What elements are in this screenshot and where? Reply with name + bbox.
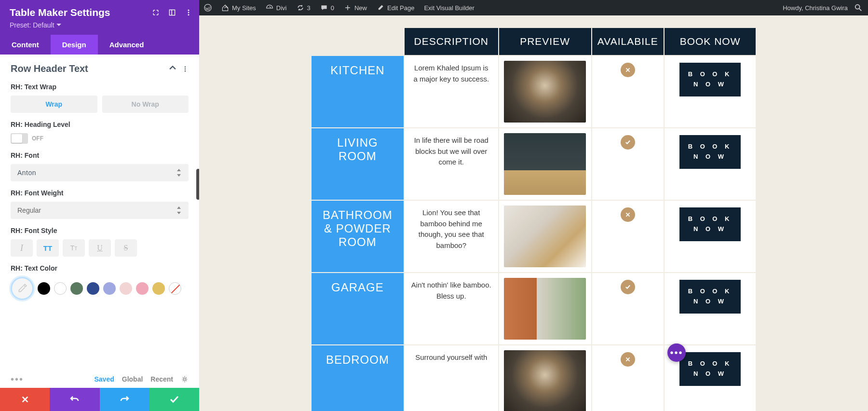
section-heading[interactable]: Row Header Text bbox=[11, 63, 189, 74]
preview-image bbox=[504, 206, 586, 267]
preset-selector[interactable]: Preset: Default bbox=[10, 21, 190, 29]
check-icon bbox=[621, 135, 635, 150]
table-row: GARAGEAin't nothin' like bamboo. Bless u… bbox=[311, 273, 756, 345]
svg-rect-2 bbox=[169, 10, 175, 15]
field-font-label: RH: Font bbox=[11, 151, 189, 159]
book-now-button[interactable]: B O O KN O W bbox=[679, 352, 741, 386]
col-book-now: BOOK NOW bbox=[664, 27, 756, 55]
row-header: LIVING ROOM bbox=[311, 128, 404, 200]
cancel-button[interactable] bbox=[0, 388, 50, 411]
book-cell: B O O KN O W bbox=[664, 128, 756, 200]
more-vertical-icon[interactable] bbox=[182, 66, 189, 72]
wordpress-icon bbox=[204, 4, 212, 12]
svg-point-8 bbox=[185, 68, 186, 69]
module-options-fab[interactable]: ••• bbox=[667, 343, 686, 362]
no-wrap-option[interactable]: No Wrap bbox=[102, 96, 189, 113]
preview-image bbox=[504, 61, 586, 123]
new-link[interactable]: New bbox=[339, 0, 372, 15]
saved-status: Saved bbox=[95, 375, 114, 383]
book-cell: B O O KN O W bbox=[664, 273, 756, 345]
new-label: New bbox=[354, 4, 367, 12]
table-row: LIVING ROOMIn life there will be road bl… bbox=[311, 128, 756, 200]
my-sites-link[interactable]: My Sites bbox=[217, 0, 261, 15]
refresh-icon bbox=[297, 4, 304, 12]
current-color-picker[interactable] bbox=[11, 277, 34, 300]
site-label: Divi bbox=[276, 4, 287, 12]
expand-icon[interactable] bbox=[151, 8, 161, 17]
svg-point-10 bbox=[184, 378, 186, 381]
gauge-icon bbox=[266, 4, 273, 12]
tab-content[interactable]: Content bbox=[0, 35, 51, 55]
preview-canvas: DESCRIPTION PREVIEW AVAILABILE BOOK NOW … bbox=[199, 15, 868, 411]
tab-design[interactable]: Design bbox=[51, 35, 98, 55]
book-now-button[interactable]: B O O KN O W bbox=[679, 135, 741, 169]
preview-cell bbox=[499, 273, 592, 345]
gear-icon[interactable] bbox=[181, 375, 189, 383]
global-link[interactable]: Global bbox=[122, 375, 143, 383]
tab-advanced[interactable]: Advanced bbox=[98, 35, 156, 55]
color-swatch-7[interactable] bbox=[152, 282, 165, 295]
col-description: DESCRIPTION bbox=[404, 27, 499, 55]
wp-logo[interactable] bbox=[199, 0, 217, 15]
book-now-button[interactable]: B O O KN O W bbox=[679, 207, 741, 241]
font-select[interactable]: Anton bbox=[11, 164, 189, 181]
wrap-option[interactable]: Wrap bbox=[11, 96, 97, 113]
plus-icon bbox=[344, 4, 352, 12]
style-uppercase[interactable]: TT bbox=[37, 239, 59, 257]
style-strikethrough[interactable]: S bbox=[115, 239, 137, 257]
description-cell: Lorem Khaled Ipsum is a major key to suc… bbox=[404, 55, 499, 128]
search-button[interactable] bbox=[849, 0, 868, 15]
field-font-style-label: RH: Font Style bbox=[11, 227, 189, 234]
snap-icon[interactable] bbox=[167, 8, 177, 17]
switch-state: OFF bbox=[32, 135, 43, 142]
color-swatch-0[interactable] bbox=[38, 282, 50, 295]
field-heading-level-label: RH: Heading Level bbox=[11, 121, 189, 128]
undo-button[interactable] bbox=[50, 388, 99, 411]
panel-body: Row Header Text RH: Text Wrap Wrap No Wr… bbox=[0, 55, 199, 370]
color-swatch-6[interactable] bbox=[136, 282, 149, 295]
more-vertical-icon[interactable] bbox=[184, 8, 193, 17]
table-row: KITCHENLorem Khaled Ipsum is a major key… bbox=[311, 55, 756, 128]
color-swatch-2[interactable] bbox=[70, 282, 83, 295]
style-smallcaps[interactable]: TT bbox=[63, 239, 85, 257]
redo-button[interactable] bbox=[100, 388, 149, 411]
chevron-up-icon[interactable] bbox=[169, 66, 176, 70]
panel-tabs: Content Design Advanced bbox=[0, 35, 199, 55]
wp-admin-bar: My Sites Divi 3 0 New Edit Page Exit Vis… bbox=[199, 0, 868, 15]
save-button[interactable] bbox=[149, 388, 199, 411]
my-sites-label: My Sites bbox=[232, 4, 256, 12]
style-italic[interactable]: I bbox=[11, 239, 33, 257]
book-now-button[interactable]: B O O KN O W bbox=[679, 63, 741, 96]
settings-panel: Table Maker Settings Preset: Default Con… bbox=[0, 0, 199, 411]
col-preview: PREVIEW bbox=[499, 27, 592, 55]
color-swatch-3[interactable] bbox=[87, 282, 99, 295]
exit-vb-link[interactable]: Exit Visual Builder bbox=[419, 0, 479, 15]
col-available: AVAILABILE bbox=[592, 27, 665, 55]
preview-cell bbox=[499, 55, 592, 128]
font-weight-value: Regular bbox=[17, 206, 41, 214]
color-swatch-5[interactable] bbox=[120, 282, 132, 295]
pencil-icon bbox=[377, 4, 384, 12]
svg-point-9 bbox=[185, 70, 186, 71]
updates-link[interactable]: 3 bbox=[292, 0, 315, 15]
more-horizontal-icon[interactable]: ••• bbox=[11, 377, 24, 382]
select-arrows-icon bbox=[177, 169, 182, 177]
recent-link[interactable]: Recent bbox=[150, 375, 173, 383]
font-weight-select[interactable]: Regular bbox=[11, 202, 189, 219]
site-link[interactable]: Divi bbox=[261, 0, 292, 15]
color-none[interactable] bbox=[169, 282, 181, 295]
heading-level-switch[interactable]: OFF bbox=[11, 133, 189, 144]
preview-image bbox=[504, 133, 586, 195]
edit-page-link[interactable]: Edit Page bbox=[372, 0, 419, 15]
book-now-button[interactable]: B O O KN O W bbox=[679, 280, 741, 314]
preview-cell bbox=[499, 200, 592, 273]
field-text-color-label: RH: Text Color bbox=[11, 264, 189, 272]
color-swatch-1[interactable] bbox=[54, 282, 67, 295]
book-cell: B O O KN O W bbox=[664, 55, 756, 128]
color-swatch-4[interactable] bbox=[103, 282, 116, 295]
chevron-down-icon bbox=[56, 24, 61, 27]
comments-link[interactable]: 0 bbox=[315, 0, 339, 15]
font-value: Anton bbox=[17, 169, 36, 177]
style-underline[interactable]: U bbox=[89, 239, 111, 257]
eyedropper-icon bbox=[17, 283, 27, 294]
